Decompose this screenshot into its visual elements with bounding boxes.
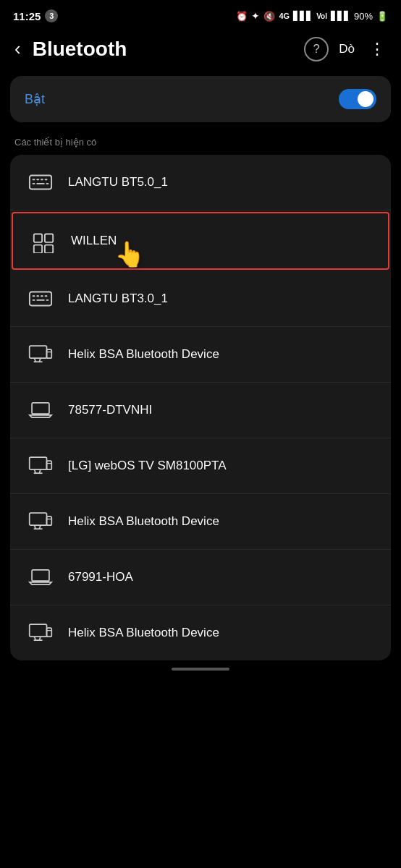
svg-rect-20 [30,346,47,358]
bluetooth-toggle-row: Bật [10,76,391,122]
svg-rect-39 [32,570,49,581]
device-item[interactable]: LANGTU BT3.0_1 [10,271,391,327]
device-name: LANGTU BT3.0_1 [68,292,168,306]
available-devices-label: Các thiết bị hiện có [0,137,401,155]
device-name: [LG] webOS TV SM8100PTA [68,459,227,473]
toggle-track[interactable] [339,89,376,109]
device-name: 67991-HOA [68,570,133,584]
cursor-pointer-icon: 👆 [114,239,145,268]
more-options-button[interactable]: ⋮ [365,37,389,61]
monitor-icon [25,339,56,370]
volte-icon: Vol [316,12,327,20]
back-button[interactable]: ‹ [9,35,27,63]
svg-rect-26 [32,403,49,414]
page-title: Bluetooth [33,38,299,61]
keyboard-icon [25,166,56,198]
device-name: Helix BSA Bluetooth Device [68,626,219,640]
device-name: LANGTU BT5.0_1 [68,175,168,190]
device-item[interactable]: 78577-DTVNHI [10,383,391,438]
svg-rect-44 [47,628,52,637]
battery-icon: 🔋 [376,11,388,22]
device-item[interactable]: Helix BSA Bluetooth Device [10,605,391,660]
svg-rect-31 [47,461,52,469]
bluetooth-toggle[interactable] [339,89,376,109]
svg-rect-40 [30,624,47,637]
laptop-icon [25,394,56,426]
help-button[interactable]: ? [304,37,329,61]
svg-rect-12 [30,292,51,306]
tv-icon [25,450,56,482]
signal-bars-2-icon: ▋▋▋ [331,11,350,21]
device-name: Helix BSA Bluetooth Device [68,514,219,529]
device-name: WILLEN [71,234,117,248]
time-display: 11:25 [13,10,41,22]
scroll-indicator [0,660,401,675]
svg-rect-10 [34,245,42,253]
device-name: 78577-DTVNHI [68,403,152,417]
status-bar: 11:25 3 ⏰ ✦ 🔇 4G ▋▋▋ Vol ▋▋▋ 90% 🔋 [0,0,401,29]
status-icons: ⏰ ✦ 🔇 4G ▋▋▋ Vol ▋▋▋ 90% 🔋 [236,10,388,22]
signal-4g-icon: 4G [279,12,290,20]
keyboard-icon [25,283,56,315]
svg-rect-37 [47,516,52,525]
signal-bars-icon: ▋▋▋ [293,11,313,21]
svg-rect-27 [30,457,47,469]
monitor-icon [25,506,56,537]
notification-badge: 3 [45,9,58,22]
laptop-icon [25,561,56,593]
device-item[interactable]: Helix BSA Bluetooth Device [10,327,391,383]
alarm-icon: ⏰ [236,11,248,22]
scroll-bar [172,668,229,671]
scan-button[interactable]: Dò [334,39,359,59]
status-time: 11:25 3 [13,9,58,22]
svg-rect-33 [30,513,47,525]
svg-rect-11 [45,245,53,253]
device-item[interactable]: 67991-HOA [10,550,391,605]
toggle-thumb [358,91,373,107]
devices-list: LANGTU BT5.0_1 WILLEN 👆 [10,155,391,660]
battery-level: 90% [354,11,373,22]
device-item-willen[interactable]: WILLEN 👆 [12,212,389,270]
volume-mute-icon: 🔇 [263,11,275,22]
device-item[interactable]: Helix BSA Bluetooth Device [10,494,391,550]
device-item[interactable]: [LG] webOS TV SM8100PTA [10,438,391,494]
smartwatch-icon [28,225,59,257]
bluetooth-status-icon: ✦ [251,10,260,22]
svg-rect-9 [45,234,53,242]
svg-rect-24 [47,349,52,358]
toggle-label: Bật [25,91,45,107]
device-item[interactable]: LANGTU BT5.0_1 [10,155,391,210]
svg-rect-0 [30,176,51,190]
top-nav: ‹ Bluetooth ? Dò ⋮ [0,29,401,73]
monitor-icon [25,617,56,649]
svg-rect-8 [34,234,42,242]
device-name: Helix BSA Bluetooth Device [68,347,219,362]
